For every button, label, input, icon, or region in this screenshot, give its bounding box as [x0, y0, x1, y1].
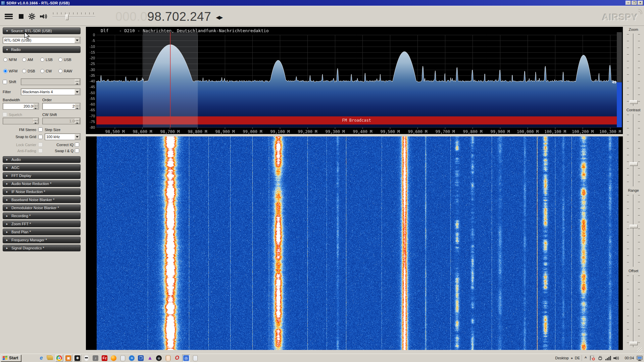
offset-slider[interactable]: [623, 275, 644, 347]
waterfall-display[interactable]: [86, 136, 623, 350]
step-size-select[interactable]: 100 kHz: [45, 133, 81, 140]
zoom-slider-thumb[interactable]: [630, 100, 638, 104]
taskbar-dc-plus-plus-icon[interactable]: ≈: [128, 355, 136, 362]
taskbar-audio-player-icon[interactable]: ♪: [92, 355, 99, 362]
bandwidth-spinner[interactable]: [33, 104, 38, 109]
taskbar-sdrsharp-icon[interactable]: ◎: [182, 355, 190, 362]
zoom-slider[interactable]: [623, 34, 644, 106]
monitor-tray-icon[interactable]: [637, 355, 643, 361]
taskbar-notepad-icon[interactable]: [119, 355, 127, 362]
show-hidden-icons-chevron[interactable]: ^: [585, 356, 587, 360]
dropdown-arrow-icon[interactable]: [75, 134, 80, 139]
taskbar-folder-icon[interactable]: [46, 355, 54, 362]
panel-header-agc[interactable]: ►AGC: [3, 164, 81, 171]
panel-header-audio-noise-reduction[interactable]: ►Audio Noise Reduction *: [3, 180, 81, 187]
snap-to-grid-checkbox[interactable]: [38, 135, 43, 139]
taskbar-chrome-icon[interactable]: [55, 355, 63, 362]
dropdown-arrow-icon[interactable]: [75, 89, 80, 95]
panel-header-frequency-manager[interactable]: ►Frequency Manager *: [3, 237, 81, 243]
mode-usb[interactable]: USB: [58, 58, 77, 62]
resize-grip[interactable]: [637, 347, 642, 352]
lock-carrier-checkbox[interactable]: [38, 142, 43, 147]
mode-wfm-radio[interactable]: [3, 69, 7, 73]
volume-thumb[interactable]: [65, 14, 68, 20]
panel-header-band-plan[interactable]: ►Band Plan *: [3, 229, 81, 235]
menu-button[interactable]: [5, 11, 13, 22]
taskbar-avidemux-icon[interactable]: ▲: [146, 355, 154, 362]
panel-header-source[interactable]: ▼ Source: RTL-SDR (USB): [3, 27, 81, 34]
range-slider[interactable]: [623, 194, 644, 267]
panel-header-baseband-noise-blanker[interactable]: ►Baseband Noise Blanker *: [3, 196, 81, 203]
mode-cw[interactable]: CW: [40, 69, 58, 73]
mode-raw[interactable]: RAW: [58, 69, 77, 73]
panel-header-signal-diagnostics[interactable]: ►Signal Diagnostics *: [3, 245, 81, 251]
frequency-step-icons[interactable]: ◀▶: [216, 14, 222, 20]
taskbar-media-player-icon[interactable]: ◉: [155, 355, 163, 362]
taskbar-orange-document-icon[interactable]: [164, 355, 172, 362]
mode-am-radio[interactable]: [22, 58, 26, 62]
signal-strength-icon[interactable]: [605, 355, 611, 361]
volume-slider[interactable]: [52, 12, 95, 22]
panel-header-if-noise-reduction[interactable]: ►IF Noise Reduction *: [3, 188, 81, 195]
mode-raw-radio[interactable]: [58, 69, 62, 73]
range-slider-thumb[interactable]: [630, 225, 638, 228]
panel-header-demodulator-noise-blanker[interactable]: ►Demodulator Noise Blanker *: [3, 204, 81, 211]
filter-select[interactable]: Blackman-Harris 4: [21, 88, 81, 95]
start-button[interactable]: Start: [1, 355, 21, 362]
taskbar-paint-icon[interactable]: ✱: [73, 355, 81, 362]
taskbar-text-editor-icon[interactable]: [191, 355, 199, 362]
mode-dsb[interactable]: DSB: [22, 69, 40, 73]
squelch-checkbox-label[interactable]: Squelch: [3, 112, 42, 117]
frequency-display[interactable]: 000.098.702.247: [115, 10, 211, 24]
minimize-button[interactable]: –: [626, 1, 631, 5]
fm-stereo-checkbox[interactable]: [38, 127, 43, 132]
panel-header-zoom-fft[interactable]: ►Zoom FFT *: [3, 221, 81, 227]
close-button[interactable]: ×: [638, 1, 643, 5]
mode-lsb[interactable]: LSB: [40, 58, 58, 62]
anti-fading-checkbox[interactable]: [38, 148, 43, 153]
taskbar-blue-document-icon[interactable]: ❒: [137, 355, 145, 362]
offset-slider-thumb[interactable]: [630, 342, 638, 345]
mode-cw-radio[interactable]: [40, 69, 44, 73]
panel-header-audio[interactable]: ►Audio: [3, 156, 81, 163]
settings-button[interactable]: [28, 11, 36, 22]
mode-nfm-radio[interactable]: [3, 58, 7, 62]
taskbar-opera-icon[interactable]: O: [173, 355, 181, 362]
squelch-checkbox[interactable]: [3, 112, 7, 117]
swap-iq-checkbox[interactable]: [75, 148, 79, 153]
shift-checkbox-label[interactable]: Shift: [3, 80, 21, 84]
taskbar-alien-icon[interactable]: [83, 355, 90, 362]
toolbar-overflow-chevron[interactable]: »: [571, 356, 573, 360]
panel-header-recording[interactable]: ►Recording *: [3, 213, 81, 219]
mode-nfm[interactable]: NFM: [3, 58, 22, 62]
mode-dsb-radio[interactable]: [22, 69, 26, 73]
mute-button[interactable]: [40, 11, 48, 22]
taskbar-internet-explorer-icon[interactable]: e: [37, 355, 45, 362]
maximize-button[interactable]: ❐: [632, 1, 637, 5]
mode-am[interactable]: AM: [22, 58, 40, 62]
shift-checkbox[interactable]: [3, 80, 7, 84]
contrast-slider[interactable]: [623, 114, 644, 186]
security-alert-flag-icon[interactable]: [589, 355, 595, 361]
mode-wfm[interactable]: WFM: [3, 69, 22, 73]
tray-clock[interactable]: 00:04: [625, 356, 634, 360]
volume-tray-icon[interactable]: [613, 355, 620, 361]
source-device-select[interactable]: RTL-SDR (USB): [3, 37, 81, 44]
order-spinner[interactable]: [75, 104, 80, 109]
panel-header-fft-display[interactable]: ►FFT Display: [3, 172, 81, 179]
taskbar-firefox-icon[interactable]: [110, 355, 117, 362]
mode-lsb-radio[interactable]: [40, 58, 44, 62]
language-indicator[interactable]: DE: [575, 356, 580, 360]
mode-usb-radio[interactable]: [58, 58, 62, 62]
bandwidth-input[interactable]: 200.000: [3, 103, 39, 110]
panel-header-radio[interactable]: ▼ Radio: [3, 46, 81, 53]
taskbar-xnview-icon[interactable]: ▣: [64, 355, 72, 362]
power-plug-icon[interactable]: [597, 355, 603, 361]
taskbar-filezilla-icon[interactable]: Fz: [101, 355, 108, 362]
spectrum-display[interactable]: [86, 27, 623, 134]
stop-button[interactable]: [19, 11, 23, 22]
dropdown-arrow-icon[interactable]: [75, 38, 80, 43]
desktop-toolbar-label[interactable]: Desktop: [555, 356, 568, 360]
contrast-slider-thumb[interactable]: [630, 162, 638, 166]
order-input[interactable]: 250: [42, 103, 81, 110]
